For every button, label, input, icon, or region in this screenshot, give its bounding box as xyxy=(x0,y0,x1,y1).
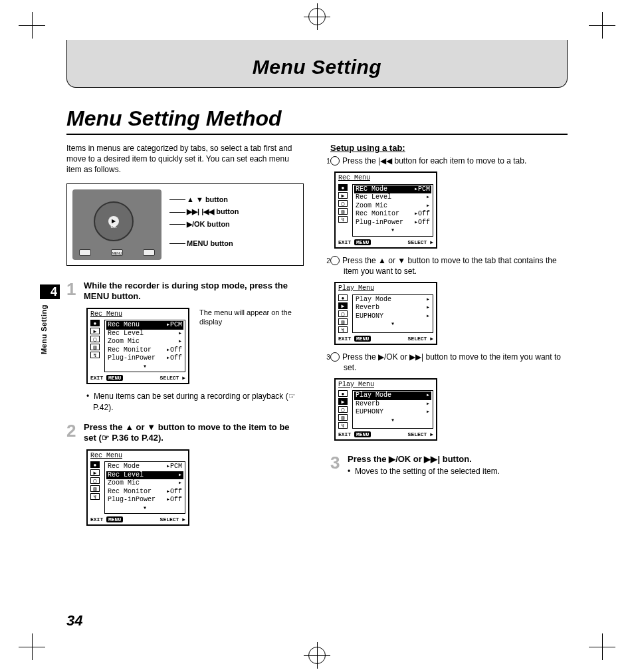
step-text: Press the ▶/OK or ▶▶| button. xyxy=(348,454,500,465)
step-2: 2 Press the ▲ or ▼ button to move to the… xyxy=(66,422,304,444)
callout-menu: MENU button xyxy=(187,237,296,250)
lcd-screen-1: Rec Menu●▶▢▥↯Rec Menu▸PCMRec Level▸Zoom … xyxy=(86,308,189,385)
lcd-screen-5: Play Menu●▶▢▥↯Play Mode▸Reverb▸EUPHONY▸▾… xyxy=(334,378,437,441)
tab-step-3: 3Press the ▶/OK or ▶▶| button to move to… xyxy=(330,352,568,373)
crop-mark xyxy=(19,12,45,39)
dpad-icon: ▶ OK xyxy=(94,201,134,241)
device-diagram: ▶ OK MENU ▲ ▼ button ▶▶| |◀◀ button ▶/OK… xyxy=(66,183,304,266)
left-column: Items in menus are categorized by tabs, … xyxy=(66,143,304,532)
crop-mark xyxy=(19,633,45,660)
step-1-bullet: • Menu items can be set during a recordi… xyxy=(86,391,304,412)
crop-mark xyxy=(589,633,615,660)
step-number: 1 xyxy=(66,280,78,302)
step-number: 2 xyxy=(66,422,78,444)
callout-ok: ▶/OK button xyxy=(187,218,296,231)
tab-step-2: 2Press the ▲ or ▼ button to move to the … xyxy=(330,255,568,277)
tab-step-1: 1Press the |◀◀ button for each item to m… xyxy=(330,156,568,166)
setup-using-tab-heading: Setup using a tab: xyxy=(330,143,568,153)
section-title: Menu Setting Method xyxy=(66,106,568,135)
page-number: 34 xyxy=(66,612,82,629)
margin-tab-number: 4 xyxy=(40,284,60,299)
banner-title: Menu Setting xyxy=(253,49,381,78)
callout-ff-rw: ▶▶| |◀◀ button xyxy=(187,205,296,218)
intro-text: Items in menus are categorized by tabs, … xyxy=(66,143,304,175)
step-number: 3 xyxy=(330,454,342,476)
step-1: 1 While the recorder is during stop mode… xyxy=(66,280,304,302)
step-3: 3 Press the ▶/OK or ▶▶| button. • Moves … xyxy=(330,454,568,476)
page-banner: Menu Setting xyxy=(66,40,568,88)
lcd-screen-4: Play Menu●▶▢▥↯Play Mode▸Reverb▸EUPHONY▸▾… xyxy=(334,282,437,345)
margin-tab-label: Menu Setting xyxy=(40,304,48,354)
step-1-note: The menu will appear on the display xyxy=(199,308,292,327)
lcd-screen-3: Rec Menu●▶▢▥↯REC Mode▸PCMRec Level▸Zoom … xyxy=(334,171,437,249)
device-illustration: ▶ OK MENU xyxy=(67,184,167,265)
right-column: Setup using a tab: 1Press the |◀◀ button… xyxy=(330,143,568,532)
callout-up-down: ▲ ▼ button xyxy=(187,193,296,206)
step-text: Press the ▲ or ▼ button to move to the i… xyxy=(84,422,304,444)
registration-mark xyxy=(308,647,326,664)
step-text: While the recorder is during stop mode, … xyxy=(84,280,304,302)
menu-button-icon: MENU xyxy=(111,249,123,256)
margin-tab: 4 Menu Setting xyxy=(40,284,60,354)
lcd-screen-2: Rec Menu●▶▢▥↯Rec Mode▸PCMRec Level▸Zoom … xyxy=(86,449,189,526)
device-callouts: ▲ ▼ button ▶▶| |◀◀ button ▶/OK button ME… xyxy=(167,184,303,265)
crop-mark xyxy=(589,12,615,39)
registration-mark xyxy=(308,8,326,25)
step-3-bullet: • Moves to the setting of the selected i… xyxy=(348,467,500,476)
